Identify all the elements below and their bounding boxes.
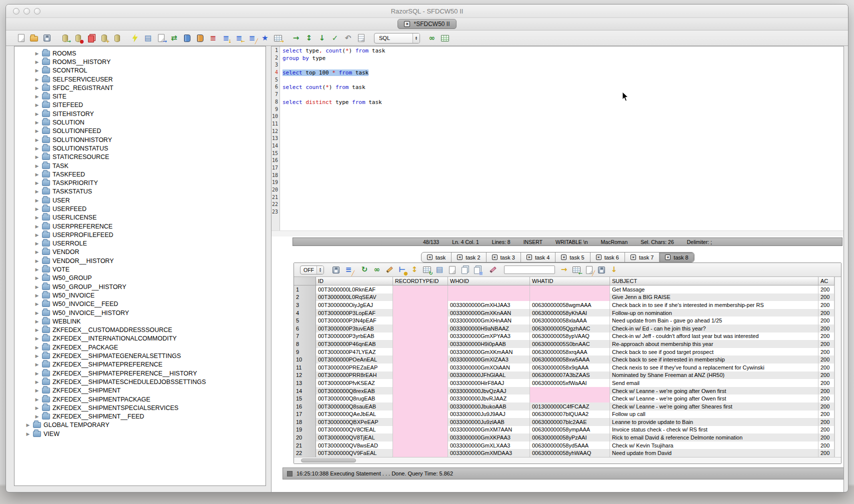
cell-whatid[interactable]: 006300000058yd5AAA bbox=[530, 442, 610, 450]
tree-item-vote[interactable]: ▶VOTE bbox=[14, 265, 266, 274]
cell-recordtypeid[interactable] bbox=[393, 402, 448, 410]
row-number-cell[interactable]: 15 bbox=[294, 394, 316, 402]
cell-ac[interactable]: 200 bbox=[818, 316, 834, 324]
export-data-icon[interactable]: → bbox=[156, 33, 166, 43]
close-window-button[interactable] bbox=[13, 8, 20, 14]
reload-query-icon[interactable]: ↻ bbox=[422, 265, 432, 275]
tree-item-global-temporary[interactable]: ▶GLOBAL TEMPORARY bbox=[14, 421, 266, 430]
row-number-cell[interactable]: 13 bbox=[294, 379, 316, 387]
code-line[interactable] bbox=[282, 180, 844, 187]
cell-recordtypeid[interactable] bbox=[393, 316, 448, 324]
view-row-icon[interactable]: ∞ bbox=[372, 265, 382, 275]
code-line[interactable] bbox=[282, 62, 844, 70]
cell-id[interactable]: 00T3000000P3tuvEAB bbox=[316, 324, 393, 332]
cell-whoid[interactable]: 0033000000JbvQzAAJ bbox=[448, 387, 530, 395]
editor-horizontal-scrollbar[interactable] bbox=[272, 230, 844, 236]
cell-ac[interactable]: 200 bbox=[818, 434, 834, 442]
tab-close-icon[interactable]: × bbox=[427, 254, 432, 260]
tree-item-w50-group-history[interactable]: ▶W50_GROUP__HISTORY bbox=[14, 282, 266, 291]
tree-item-staticresource[interactable]: ▶STATICRESOURCE bbox=[14, 153, 266, 162]
row-number-cell[interactable]: 22 bbox=[294, 449, 316, 457]
row-number-cell[interactable]: 14 bbox=[294, 387, 316, 395]
table-row[interactable]: 1700T3000000QAeJbEAL0033000000Ju9J9AAJ00… bbox=[294, 410, 834, 418]
cell-id[interactable]: 00T3000000PfvKSEAZ bbox=[316, 379, 393, 387]
result-tab-task-7[interactable]: ×task 7 bbox=[625, 252, 660, 262]
disclosure-triangle-icon[interactable]: ▶ bbox=[34, 154, 40, 160]
disclosure-triangle-icon[interactable]: ▶ bbox=[34, 164, 40, 168]
document-tab[interactable]: × *SFDCW50 II bbox=[398, 19, 456, 29]
tree-item-zkfedex-shipment[interactable]: ▶ZKFEDEX__SHIPMENT bbox=[14, 386, 266, 395]
tree-item-sitehistory[interactable]: ▶SITEHISTORY bbox=[14, 110, 266, 118]
cell-recordtypeid[interactable] bbox=[393, 442, 448, 450]
tree-item-scontrol[interactable]: ▶SCONTROL bbox=[14, 66, 266, 75]
tab-close-icon[interactable]: × bbox=[596, 254, 602, 260]
save-grid-icon[interactable] bbox=[596, 265, 606, 275]
cell-id[interactable]: 00T3000000P46qnEAB bbox=[316, 340, 393, 348]
connect-database-icon[interactable]: → bbox=[60, 33, 70, 43]
row-number-cell[interactable]: 5 bbox=[294, 316, 316, 324]
tree-item-taskstatus[interactable]: ▶TASKSTATUS bbox=[14, 188, 266, 196]
tab-close-icon[interactable]: × bbox=[630, 254, 636, 260]
cell-whoid[interactable]: 0033000000HirF8AAJ bbox=[448, 379, 530, 387]
cell-whoid[interactable]: 0033000000H9i0pAAB bbox=[448, 340, 530, 348]
disconnect-database-icon[interactable]: ● bbox=[73, 33, 83, 43]
cell-subject[interactable]: Check nexis to see if they've found a re… bbox=[610, 364, 818, 372]
cell-recordtypeid[interactable] bbox=[393, 348, 448, 356]
row-number-cell[interactable]: 20 bbox=[294, 434, 316, 442]
disclosure-triangle-icon[interactable]: ▶ bbox=[34, 128, 40, 134]
tree-item-userfeed[interactable]: ▶USERFEED bbox=[14, 204, 266, 213]
edit-table-icon[interactable] bbox=[182, 33, 192, 43]
tree-item-solutionhistory[interactable]: ▶SOLUTIONHISTORY bbox=[14, 136, 266, 144]
cell-ac[interactable]: 200 bbox=[818, 379, 834, 387]
minimize-window-button[interactable] bbox=[24, 8, 30, 14]
disclosure-triangle-icon[interactable]: ▶ bbox=[34, 371, 40, 376]
favorites-icon[interactable]: ★ bbox=[260, 33, 270, 43]
cell-subject[interactable]: Check-in w/ Ed - can he join this year? bbox=[610, 324, 818, 332]
table-row[interactable]: 400T3000000P3LopEAF0033000000GmXKnAAN006… bbox=[294, 309, 834, 317]
code-line[interactable] bbox=[282, 106, 844, 114]
download-results-icon[interactable]: ↓ bbox=[609, 265, 619, 275]
disclosure-triangle-icon[interactable]: ▶ bbox=[34, 102, 40, 108]
tab-close-icon[interactable]: × bbox=[665, 254, 670, 260]
sort-descending-icon[interactable]: ≡↓ bbox=[221, 33, 231, 43]
cell-subject[interactable]: Invoice status check - check w/ RS first bbox=[610, 426, 818, 434]
code-line[interactable] bbox=[282, 158, 844, 165]
cell-subject[interactable]: Need update from David bbox=[610, 449, 818, 457]
cell-id[interactable]: 00T3000000P3N4pEAF bbox=[316, 316, 393, 324]
tree-item-rooms-history[interactable]: ▶ROOMS__HISTORY bbox=[14, 58, 266, 66]
execute-statement-icon[interactable]: → bbox=[291, 33, 301, 43]
cell-whatid[interactable] bbox=[530, 286, 610, 294]
table-row[interactable]: 300T3000000OiyJgEAJ0033000000GmXHJAA3006… bbox=[294, 301, 834, 309]
execute-all-icon[interactable]: ↕ bbox=[304, 33, 314, 43]
new-result-page-icon[interactable] bbox=[447, 265, 457, 275]
cell-subject[interactable]: Nominated by Shane Freeman at ANZ (HR50) bbox=[610, 372, 818, 380]
cell-whoid[interactable]: 0033000000GmXLXAA3 bbox=[448, 442, 530, 450]
row-number-cell[interactable]: 4 bbox=[294, 309, 316, 317]
cell-whatid[interactable]: 006300000058wgmAAA bbox=[530, 301, 610, 309]
code-line[interactable] bbox=[282, 202, 844, 209]
tree-item-view[interactable]: ▶VIEW bbox=[14, 430, 266, 438]
cell-whatid[interactable]: 0013000000C4fFCAAZ bbox=[530, 402, 610, 410]
row-number-cell[interactable]: 2 bbox=[294, 294, 316, 302]
disclosure-triangle-icon[interactable]: ▶ bbox=[34, 388, 40, 393]
cell-whatid[interactable]: 00630000007A3bZAAS bbox=[530, 372, 610, 380]
cell-id[interactable]: 00T3000000Q8rugEAB bbox=[316, 394, 393, 402]
disclosure-triangle-icon[interactable]: ▶ bbox=[26, 422, 30, 428]
tree-item-user[interactable]: ▶USER bbox=[14, 196, 266, 204]
table-row[interactable]: 2200T3000000QV9FaEAL0033000000GmXMDAA300… bbox=[294, 449, 834, 457]
cell-whoid[interactable]: 0033000000JbukoAAB bbox=[448, 402, 530, 410]
disclosure-triangle-icon[interactable]: ▶ bbox=[34, 284, 40, 290]
row-number-cell[interactable]: 11 bbox=[294, 364, 316, 372]
code-line[interactable] bbox=[282, 128, 844, 136]
cell-ac[interactable]: 200 bbox=[818, 301, 834, 309]
disclosure-triangle-icon[interactable]: ▶ bbox=[34, 198, 40, 203]
disclosure-triangle-icon[interactable]: ▶ bbox=[34, 250, 40, 254]
cell-whatid[interactable]: 006300000058ympAAA bbox=[530, 426, 610, 434]
cell-ac[interactable]: 200 bbox=[818, 364, 834, 372]
database-icon[interactable] bbox=[112, 33, 122, 43]
row-number-cell[interactable]: 18 bbox=[294, 418, 316, 426]
statement-type-select[interactable]: SQL ▲▼ bbox=[374, 33, 420, 44]
tree-item-userlicense[interactable]: ▶USERLICENSE bbox=[14, 214, 266, 222]
column-header-subject[interactable]: SUBJECT bbox=[610, 277, 818, 285]
row-number-cell[interactable]: 9 bbox=[294, 348, 316, 356]
